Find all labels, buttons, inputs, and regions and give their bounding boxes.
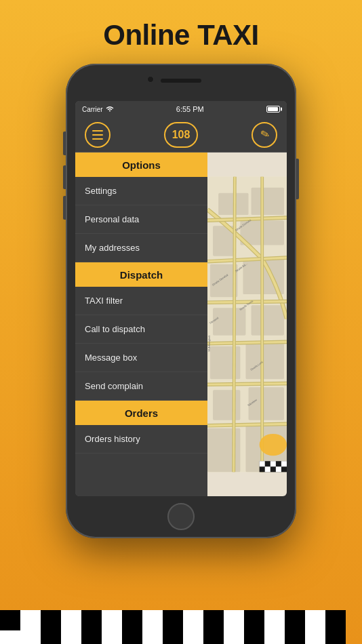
checker-cell [20, 630, 41, 644]
pencil-icon: ✎ [258, 127, 270, 142]
svg-rect-44 [265, 466, 270, 472]
svg-rect-12 [249, 387, 284, 420]
checker-cell [81, 610, 102, 630]
svg-line-28 [234, 177, 235, 472]
svg-point-39 [260, 434, 287, 456]
svg-rect-11 [213, 390, 240, 420]
checker-cell [264, 630, 285, 644]
menu-item-my-addresses[interactable]: My addresses [75, 234, 207, 262]
home-button[interactable] [167, 503, 195, 530]
checker-cell [142, 610, 163, 630]
phone-screen: Carrier 6:55 PM [75, 101, 287, 496]
checker-cell [122, 630, 142, 644]
checker-cell [163, 630, 183, 644]
toolbar: 108 ✎ [75, 117, 287, 153]
menu-item-message-box[interactable]: Message box [75, 344, 207, 372]
svg-rect-41 [260, 461, 265, 466]
checker-cell [41, 610, 61, 630]
checker-cell [305, 610, 325, 630]
checker-cell [163, 610, 183, 630]
phone-camera [147, 76, 154, 83]
checker-cell [0, 610, 20, 630]
svg-rect-10 [245, 344, 283, 379]
menu-panel: Options Settings Personal data My addres… [75, 153, 207, 496]
checker-cell [81, 630, 102, 644]
svg-rect-45 [276, 466, 281, 472]
checker-cell [325, 610, 346, 630]
checker-cell [122, 610, 142, 630]
svg-line-24 [207, 384, 287, 385]
checker-cell [142, 630, 163, 644]
screen-content: Options Settings Personal data My addres… [75, 153, 287, 496]
carrier-label: Carrier [82, 106, 103, 113]
phone-mockup: Carrier 6:55 PM [66, 64, 296, 538]
checker-cell [305, 630, 325, 644]
checker-cell [203, 610, 224, 630]
checker-cell [41, 630, 61, 644]
menu-item-call-dispatch[interactable]: Call to dispatch [75, 315, 207, 344]
checker-cell [285, 630, 305, 644]
hamburger-icon [92, 130, 103, 140]
checker-cell [244, 630, 264, 644]
phone-shell: Carrier 6:55 PM [66, 64, 296, 538]
map-svg: Strada Zizinului Strada Bă... Strada Dec… [207, 153, 287, 496]
menu-item-orders-history[interactable]: Orders history [75, 425, 207, 454]
status-bar: Carrier 6:55 PM [75, 101, 287, 117]
checker-cell [264, 610, 285, 630]
status-right [266, 106, 280, 113]
checker-cell [102, 630, 122, 644]
checker-cell [224, 630, 244, 644]
status-left: Carrier [82, 105, 114, 113]
checker-cell [325, 630, 346, 644]
checker-cell [183, 610, 203, 630]
svg-rect-42 [270, 461, 276, 466]
section-header-dispatch: Dispatch [75, 262, 207, 287]
page-title: Online TAXI [103, 19, 258, 52]
checker-cell [224, 610, 244, 630]
wifi-icon [106, 105, 114, 113]
checker-cell [0, 630, 20, 644]
svg-rect-2 [252, 188, 284, 215]
phone-speaker [161, 79, 201, 83]
menu-item-personal-data[interactable]: Personal data [75, 205, 207, 234]
bottom-checkerboard: const checker = document.querySelector('… [0, 610, 362, 644]
map-panel: Strada Zizinului Strada Bă... Strada Dec… [207, 153, 287, 496]
checker-cell [244, 610, 264, 630]
order-count-badge[interactable]: 108 [164, 122, 198, 148]
menu-item-send-complain[interactable]: Send complain [75, 372, 207, 401]
order-count-label: 108 [172, 129, 190, 141]
checker-cell [61, 630, 81, 644]
menu-button[interactable] [85, 122, 110, 148]
checker-cell [203, 630, 224, 644]
status-time: 6:55 PM [176, 105, 204, 113]
menu-item-settings[interactable]: Settings [75, 177, 207, 205]
section-header-orders: Orders [75, 401, 207, 425]
checker-cell [102, 610, 122, 630]
checker-cell [183, 630, 203, 644]
checker-cell [285, 610, 305, 630]
svg-rect-43 [281, 461, 287, 466]
menu-item-taxi-filter[interactable]: TAXI filter [75, 287, 207, 315]
svg-rect-8 [252, 305, 284, 335]
edit-button[interactable]: ✎ [252, 122, 277, 148]
svg-text:Sf.Arhangheli: Sf.Arhangheli [207, 336, 211, 352]
checker-cell [20, 610, 41, 630]
battery-icon [266, 106, 280, 113]
checker-cell [61, 610, 81, 630]
svg-rect-7 [213, 308, 245, 335]
section-header-options: Options [75, 153, 207, 177]
